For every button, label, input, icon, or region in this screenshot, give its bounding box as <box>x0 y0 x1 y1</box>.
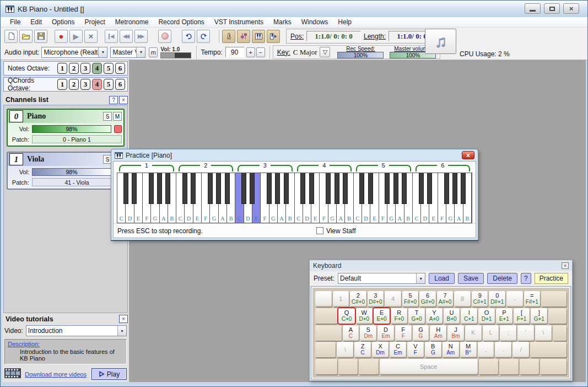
menu-vst-instruments[interactable]: VST Instruments <box>209 18 268 26</box>
music-notes-button[interactable]: ♫ <box>425 29 456 54</box>
key-comma[interactable]: , <box>478 342 494 357</box>
piano-black-key[interactable] <box>300 173 305 204</box>
rec-speed-bar[interactable]: 100% <box>337 52 384 58</box>
key-6[interactable]: 6G#+0 <box>419 291 436 307</box>
piano-toggle-button[interactable] <box>252 30 265 43</box>
piano-black-key[interactable] <box>267 173 272 204</box>
practice-close-button[interactable]: × <box>462 151 474 159</box>
menu-options[interactable]: Options <box>47 18 79 26</box>
modifier-key[interactable] <box>530 342 567 357</box>
menu-marks[interactable]: Marks <box>268 18 296 26</box>
piano-black-key[interactable] <box>359 173 364 204</box>
key-backslash[interactable]: \ <box>535 325 552 341</box>
piano-black-key[interactable] <box>275 173 280 204</box>
modifier-key[interactable] <box>338 359 358 374</box>
output-select[interactable]: Master Vc ▼ <box>110 47 145 58</box>
piano-black-key[interactable] <box>208 173 213 204</box>
tempo-minus-button[interactable]: − <box>256 47 265 57</box>
maximize-button[interactable] <box>544 3 560 14</box>
modifier-key[interactable] <box>315 342 336 357</box>
rewind-button[interactable]: ◀◀ <box>120 30 133 43</box>
new-file-button[interactable] <box>4 30 18 43</box>
key-space[interactable]: Space <box>380 359 478 374</box>
mute-input-button[interactable]: m <box>149 47 158 57</box>
piano-black-key[interactable] <box>452 173 457 204</box>
piano-black-key[interactable] <box>157 173 162 204</box>
audio-input-select[interactable]: Microphone (Realtek AC ▼ <box>41 47 107 58</box>
menu-file[interactable]: File <box>5 18 25 26</box>
menu-edit[interactable]: Edit <box>25 18 47 26</box>
key-g[interactable]: GG <box>413 325 429 341</box>
piano-play-toggle-button[interactable] <box>267 30 280 43</box>
key-slash[interactable]: / <box>513 342 529 357</box>
patch-value[interactable]: 41 - Viola <box>32 178 122 186</box>
piano-black-key[interactable] <box>182 173 187 204</box>
close-button[interactable]: × <box>563 3 579 14</box>
channel-volume-bar[interactable]: 98% <box>32 125 111 133</box>
piano-black-key[interactable] <box>284 173 289 204</box>
piano-black-key[interactable] <box>191 173 196 204</box>
undo-button[interactable] <box>182 30 195 43</box>
piano-black-key[interactable] <box>123 173 128 204</box>
key-select-button[interactable]: ▽ <box>320 47 330 57</box>
qchords-octave-button-4[interactable]: 4 <box>92 79 102 90</box>
key-i[interactable]: IC+1 <box>461 308 477 324</box>
minimize-button[interactable] <box>525 3 541 14</box>
practice-titlebar[interactable]: Practice [Piano] × <box>111 149 478 161</box>
preset-select[interactable]: Default ▼ <box>338 273 425 284</box>
mute-button[interactable]: M <box>113 112 122 121</box>
notes-octave-button-6[interactable]: 6 <box>115 63 125 74</box>
stop-button[interactable]: × <box>84 30 98 43</box>
key-bracket-left[interactable]: [F+1 <box>514 308 530 324</box>
key-t[interactable]: TG+0 <box>408 308 425 324</box>
key-n[interactable]: NAm <box>443 342 459 357</box>
piano-black-key[interactable] <box>461 173 466 204</box>
piano-black-key[interactable] <box>165 173 170 204</box>
key-apostrophe[interactable]: ' <box>517 325 534 341</box>
piano-black-key[interactable] <box>309 173 314 204</box>
modifier-key[interactable] <box>359 359 378 374</box>
modifier-key[interactable] <box>499 359 519 374</box>
save-file-button[interactable] <box>34 30 47 43</box>
piano-black-key[interactable] <box>343 173 348 204</box>
piano-black-key[interactable] <box>250 173 255 204</box>
modifier-key[interactable] <box>479 359 498 374</box>
piano-black-key[interactable] <box>216 173 221 204</box>
save-button[interactable]: Save <box>458 273 484 284</box>
video-close-button[interactable]: × <box>119 315 128 323</box>
chevron-down-icon[interactable]: ▼ <box>416 273 425 283</box>
keyboard-close-button[interactable]: x <box>562 262 569 269</box>
key-o[interactable]: OD+1 <box>478 308 495 324</box>
key-k[interactable]: K <box>465 325 482 341</box>
qchords-octave-button-5[interactable]: 5 <box>104 79 114 90</box>
key-minus[interactable]: - <box>506 291 523 307</box>
key-r[interactable]: RF+0 <box>391 308 407 324</box>
key-b[interactable]: BG <box>425 342 441 357</box>
chevron-down-icon[interactable]: ▼ <box>136 47 145 57</box>
menu-project[interactable]: Project <box>79 18 110 26</box>
chevron-down-icon[interactable]: ▼ <box>117 326 126 336</box>
load-button[interactable]: Load <box>429 273 455 284</box>
key-l[interactable]: L <box>483 325 499 341</box>
skip-start-button[interactable]: ◀ <box>105 30 118 43</box>
view-staff-checkbox[interactable] <box>316 227 323 234</box>
keyboard-help-button[interactable]: ? <box>521 273 531 284</box>
key-c[interactable]: CEm <box>390 342 406 357</box>
qchords-octave-button-3[interactable]: 3 <box>80 79 90 90</box>
channel-volume-bar[interactable]: 98% <box>32 168 111 176</box>
piano-black-key[interactable] <box>427 173 432 204</box>
key-d[interactable]: DEm <box>377 325 394 341</box>
menu-help[interactable]: Help <box>333 18 357 26</box>
modifier-key[interactable] <box>315 325 342 341</box>
piano-black-key[interactable] <box>326 173 331 204</box>
key-s[interactable]: SDm <box>360 325 376 341</box>
key-3[interactable]: 3D#+0 <box>368 291 384 307</box>
modifier-key[interactable] <box>553 325 567 341</box>
key-2[interactable]: 2C#+0 <box>350 291 366 307</box>
piano-black-key[interactable] <box>225 173 230 204</box>
key-v[interactable]: VF <box>407 342 424 357</box>
key-blank[interactable] <box>315 291 332 307</box>
metronome-toggle-button[interactable] <box>222 30 235 43</box>
key-backslash[interactable]: \ <box>337 342 353 357</box>
piano-black-key[interactable] <box>149 173 154 204</box>
